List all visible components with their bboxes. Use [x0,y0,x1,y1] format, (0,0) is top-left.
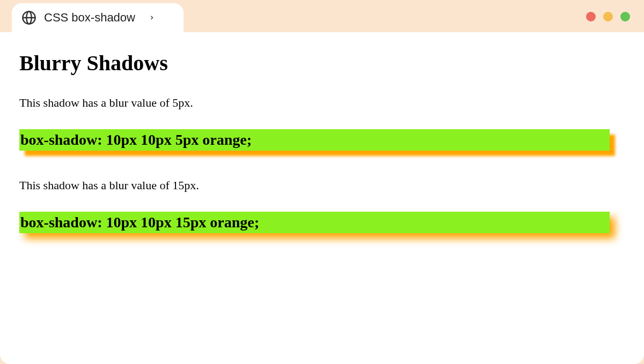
page-content: Blurry Shadows This shadow has a blur va… [0,32,644,364]
code-box: box-shadow: 10px 10px 5px orange; [19,129,610,151]
example-block: This shadow has a blur value of 5px.box-… [19,96,625,151]
tab-bar: CSS box-shadow [0,0,644,32]
globe-icon [21,10,36,25]
window-controls [586,12,630,21]
example-caption: This shadow has a blur value of 5px. [19,96,625,110]
tab-title: CSS box-shadow [44,11,135,25]
minimize-button[interactable] [603,12,613,21]
maximize-button[interactable] [620,12,630,21]
examples-container: This shadow has a blur value of 5px.box-… [19,96,625,233]
chevron-right-icon [147,13,157,23]
browser-tab[interactable]: CSS box-shadow [12,3,184,32]
close-button[interactable] [586,12,596,21]
example-block: This shadow has a blur value of 15px.box… [19,179,625,233]
browser-window: CSS box-shadow Blurry Shadows This shado… [0,0,644,364]
example-caption: This shadow has a blur value of 15px. [19,179,625,192]
page-title: Blurry Shadows [19,50,625,76]
code-box: box-shadow: 10px 10px 15px orange; [19,212,610,233]
